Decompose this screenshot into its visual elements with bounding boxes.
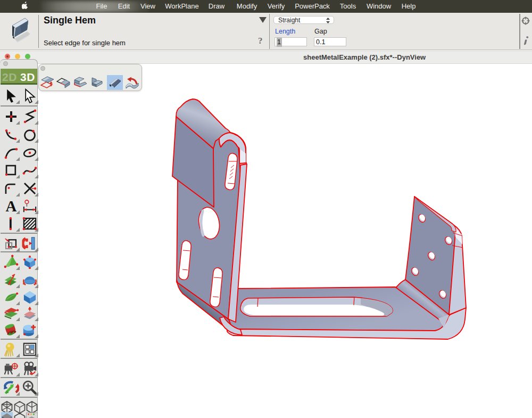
svg-text:A: A <box>6 198 17 214</box>
